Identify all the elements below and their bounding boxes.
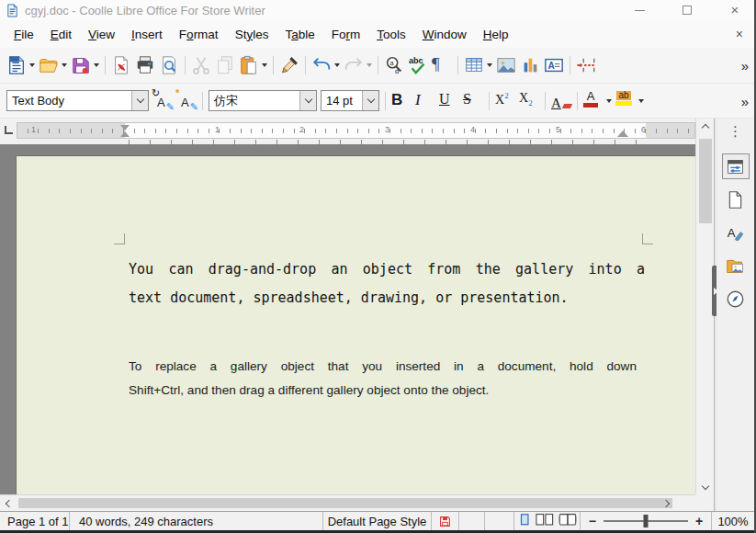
formatting-marks-button[interactable]: ¶ — [430, 52, 454, 78]
zoom-percent-status[interactable]: 100% — [712, 512, 754, 530]
sidebar-gallery-button[interactable] — [722, 253, 750, 278]
menu-format[interactable]: Format — [171, 24, 227, 45]
page-count-status[interactable]: Page 1 of 1 — [0, 512, 70, 530]
text-line[interactable]: To replace a gallery object that you ins… — [129, 355, 637, 379]
menu-window[interactable]: Window — [414, 24, 475, 45]
tab-type-selector-icon[interactable] — [5, 126, 13, 134]
horizontal-ruler[interactable]: 1123456 — [17, 122, 695, 139]
zoom-slider[interactable] — [604, 515, 688, 527]
dropdown-arrow-icon[interactable] — [262, 63, 267, 67]
menu-view[interactable]: View — [80, 24, 123, 45]
paragraph-1[interactable]: You can drag-and-drop an object from the… — [129, 255, 645, 312]
underline-button[interactable]: U — [437, 88, 461, 114]
view-single-page-button[interactable] — [518, 513, 531, 529]
vertical-scrollbar[interactable] — [695, 119, 714, 494]
text-line[interactable]: Shift+Ctrl, and then drag a different ga… — [129, 379, 637, 403]
update-style-button[interactable]: ↻A✎ — [151, 88, 175, 114]
subscript-button[interactable]: X2 — [517, 88, 541, 114]
zoom-slider-handle[interactable] — [644, 515, 649, 527]
clear-formatting-button[interactable]: A — [549, 88, 573, 114]
page-style-status[interactable]: Default Page Style — [323, 512, 432, 530]
font-color-button[interactable]: A — [581, 88, 614, 114]
dropdown-arrow-icon[interactable] — [638, 99, 644, 103]
document-page[interactable]: You can drag-and-drop an object from the… — [17, 156, 695, 494]
print-preview-button[interactable] — [157, 52, 181, 78]
dropdown-arrow-icon[interactable] — [487, 63, 492, 67]
menu-styles[interactable]: Styles — [227, 24, 277, 45]
menu-edit[interactable]: Edit — [42, 24, 80, 45]
scroll-left-icon[interactable] — [0, 495, 17, 512]
dropdown-arrow-icon[interactable] — [334, 63, 340, 67]
sidebar-styles-button[interactable]: A — [722, 220, 750, 245]
vertical-scrollbar-thumb[interactable] — [699, 139, 712, 223]
font-name-combo[interactable]: 仿宋 — [209, 90, 317, 111]
find-replace-button[interactable]: ad — [382, 52, 406, 78]
toolbar-overflow-button[interactable]: » — [741, 58, 747, 74]
text-line[interactable]: You can drag-and-drop an object from the… — [129, 255, 645, 284]
new-document-button[interactable] — [5, 52, 37, 78]
save-button[interactable] — [69, 52, 101, 78]
combo-dropdown-icon[interactable] — [299, 91, 316, 110]
document-icon — [6, 4, 19, 17]
page-break-button[interactable] — [574, 52, 598, 78]
undo-button[interactable] — [310, 52, 342, 78]
highlight-color-button[interactable]: ab — [614, 88, 646, 114]
superscript-button[interactable]: X2 — [493, 88, 517, 114]
zoom-in-button[interactable]: + — [695, 516, 703, 526]
dropdown-arrow-icon[interactable] — [94, 63, 99, 67]
menu-form[interactable]: Form — [323, 24, 369, 45]
new-style-button[interactable]: *A✎ — [175, 88, 198, 114]
text-line[interactable]: text document, spreadsheet, drawing, or … — [129, 284, 645, 312]
paragraph-style-combo[interactable]: Text Body — [6, 90, 149, 111]
signature-status[interactable] — [459, 512, 485, 530]
open-button[interactable] — [37, 52, 69, 78]
bold-button[interactable]: B — [389, 88, 413, 114]
insert-chart-button[interactable] — [518, 52, 542, 78]
insert-image-button[interactable] — [494, 52, 518, 78]
paragraph-2[interactable]: To replace a gallery object that you ins… — [129, 355, 637, 403]
word-count-status[interactable]: 40 words, 249 characters — [70, 512, 323, 530]
sidebar-navigator-button[interactable] — [722, 286, 750, 312]
minimize-button[interactable] — [633, 4, 646, 17]
clone-formatting-button[interactable] — [277, 52, 301, 78]
close-button[interactable]: × — [728, 4, 741, 17]
combo-dropdown-icon[interactable] — [362, 91, 378, 110]
view-book-button[interactable] — [559, 513, 577, 529]
dropdown-arrow-icon[interactable] — [606, 99, 612, 103]
right-indent-marker[interactable] — [617, 130, 628, 137]
close-document-icon[interactable]: × — [736, 27, 743, 41]
insert-table-button[interactable] — [462, 52, 494, 78]
print-button[interactable] — [133, 52, 157, 78]
horizontal-scrollbar[interactable] — [0, 494, 695, 511]
menu-table[interactable]: Table — [276, 24, 322, 45]
font-size-combo[interactable]: 14 pt — [321, 90, 379, 111]
sidebar-properties-button[interactable] — [722, 153, 750, 179]
sidebar-page-button[interactable] — [722, 187, 750, 212]
view-multi-page-button[interactable] — [536, 513, 554, 529]
menu-tools[interactable]: Tools — [368, 24, 414, 45]
scroll-up-icon[interactable] — [696, 119, 715, 133]
scroll-down-icon[interactable] — [696, 480, 715, 494]
document-modified-status[interactable] — [432, 512, 459, 530]
toolbar-overflow-button[interactable]: » — [741, 93, 747, 108]
menu-file[interactable]: File — [6, 24, 42, 45]
maximize-button[interactable] — [681, 4, 694, 17]
paste-button[interactable] — [237, 52, 269, 78]
menu-help[interactable]: Help — [475, 24, 517, 45]
spelling-button[interactable]: abc — [406, 52, 430, 78]
dropdown-arrow-icon[interactable] — [62, 63, 67, 67]
scroll-right-icon[interactable] — [659, 495, 675, 512]
zoom-out-button[interactable]: − — [589, 516, 596, 526]
strikethrough-button[interactable]: S — [461, 88, 485, 114]
indent-marker[interactable] — [120, 125, 130, 137]
combo-dropdown-icon[interactable] — [131, 91, 148, 110]
italic-button[interactable]: I — [413, 88, 437, 114]
selection-mode-status[interactable] — [485, 512, 514, 530]
insert-textbox-button[interactable]: A — [542, 52, 566, 78]
insert-chart-icon — [520, 55, 540, 75]
sidebar-settings-icon[interactable]: ⋮ — [728, 124, 742, 141]
horizontal-scrollbar-thumb[interactable] — [18, 498, 672, 508]
menu-insert[interactable]: Insert — [123, 24, 171, 45]
export-pdf-button[interactable] — [109, 52, 133, 78]
dropdown-arrow-icon[interactable] — [29, 63, 35, 67]
